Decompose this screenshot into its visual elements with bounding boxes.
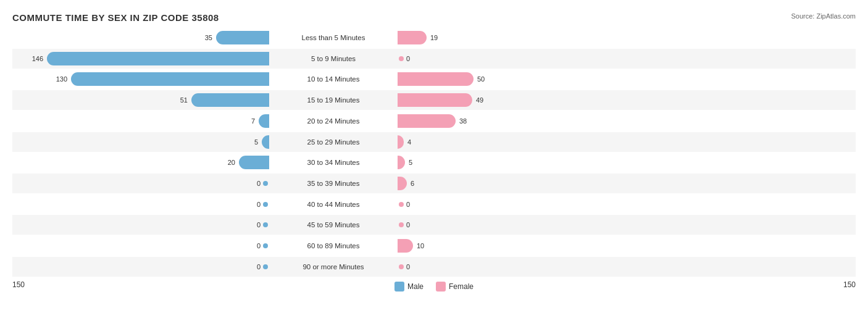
bar-label: 60 to 89 Minutes [272,242,395,250]
female-zero-dot [399,222,404,227]
female-value: 49 [476,96,483,104]
chart-container: COMMUTE TIME BY SEX IN ZIP CODE 35808 So… [0,0,868,323]
right-section: 10 [395,239,654,253]
left-section: 0 [12,242,272,250]
bar-row: 0 60 to 89 Minutes 10 [12,236,856,256]
male-value: 20 [228,159,235,166]
axis-right-label: 150 [837,280,856,289]
bar-row: 35 Less than 5 Minutes 19 [12,28,856,48]
female-zero-dot [399,264,404,269]
female-value: 50 [477,75,485,83]
female-bar [398,114,456,128]
male-value-zero: 0 [257,242,261,250]
bar-row: 130 10 to 14 Minutes 50 [12,69,856,89]
female-value: 4 [407,138,411,146]
right-section: 0 [395,221,654,229]
bar-row: 5 25 to 29 Minutes 4 [12,132,856,152]
legend-male-label: Male [407,282,424,291]
male-value: 146 [32,55,43,62]
female-value: 6 [411,180,414,187]
bar-label: 45 to 59 Minutes [272,221,395,229]
female-zero-dot [399,56,404,61]
source-label: Source: ZipAtlas.com [791,12,856,20]
right-section: 6 [395,177,654,190]
legend-female: Female [436,282,474,292]
left-section: 20 [12,156,272,169]
left-section: 130 [12,72,272,86]
female-bar [398,177,407,190]
male-zero-dot [263,243,268,248]
left-section: 0 [12,180,272,187]
bar-label: Less than 5 Minutes [272,34,395,41]
left-section: 51 [12,93,272,107]
chart-title: COMMUTE TIME BY SEX IN ZIP CODE 35808 [12,12,856,23]
left-section: 7 [12,114,272,128]
female-value: 5 [409,159,412,166]
bar-row: 0 90 or more Minutes 0 [12,257,856,277]
male-value: 51 [180,96,188,104]
male-bar [216,31,269,44]
female-bar [398,72,474,86]
left-section: 0 [12,201,272,208]
male-zero-dot [263,181,268,186]
male-value-zero: 0 [257,221,261,229]
legend: Male Female [394,282,474,292]
bar-row: 0 35 to 39 Minutes 6 [12,174,856,193]
male-bar [239,156,269,169]
bar-label: 10 to 14 Minutes [272,75,395,83]
bar-label: 15 to 19 Minutes [272,96,395,104]
bar-row: 7 20 to 24 Minutes 38 [12,111,856,131]
right-section: 5 [395,156,654,169]
male-bar [259,114,269,128]
male-bar [47,52,269,65]
legend-female-box [436,282,446,292]
female-value-zero: 0 [406,221,410,229]
bar-row: 20 30 to 34 Minutes 5 [12,153,856,172]
bar-label: 40 to 44 Minutes [272,201,395,208]
right-section: 19 [395,31,654,44]
right-section: 0 [395,55,654,62]
bar-label: 90 or more Minutes [272,263,395,271]
bottom-axis: 150 Male Female 150 [12,278,856,292]
bar-label: 20 to 24 Minutes [272,117,395,125]
male-zero-dot [263,222,268,227]
male-value: 5 [254,138,258,146]
female-value: 38 [459,117,467,125]
right-section: 4 [395,135,654,149]
male-value: 130 [56,75,67,83]
male-zero-dot [263,264,268,269]
female-bar [398,156,405,169]
female-value: 10 [417,242,424,250]
male-zero-dot [263,202,268,207]
right-section: 0 [395,201,654,208]
axis-left-label: 150 [12,280,31,289]
right-section: 38 [395,114,654,128]
right-section: 0 [395,263,654,271]
male-value: 35 [205,34,212,41]
female-value: 19 [430,34,438,41]
left-section: 0 [12,221,272,229]
female-bar [398,135,404,149]
male-value-zero: 0 [257,180,261,187]
bar-row: 51 15 to 19 Minutes 49 [12,90,856,110]
bar-label: 25 to 29 Minutes [272,138,395,146]
male-value-zero: 0 [257,201,261,208]
left-section: 0 [12,263,272,271]
left-section: 146 [12,52,272,65]
right-section: 50 [395,72,654,86]
male-value: 7 [251,117,255,125]
male-bar [191,93,269,107]
female-zero-dot [399,202,404,207]
bar-label: 30 to 34 Minutes [272,159,395,166]
left-section: 5 [12,135,272,149]
male-value-zero: 0 [257,263,261,271]
bar-row: 146 5 to 9 Minutes 0 [12,49,856,69]
bar-row: 0 45 to 59 Minutes 0 [12,215,856,235]
female-bar [398,93,472,107]
chart-area: 35 Less than 5 Minutes 19 146 5 to 9 Min… [12,28,856,277]
male-bar [71,72,269,86]
legend-male-box [394,282,404,292]
legend-male: Male [394,282,424,292]
female-value-zero: 0 [406,55,410,62]
bar-label: 5 to 9 Minutes [272,55,395,62]
